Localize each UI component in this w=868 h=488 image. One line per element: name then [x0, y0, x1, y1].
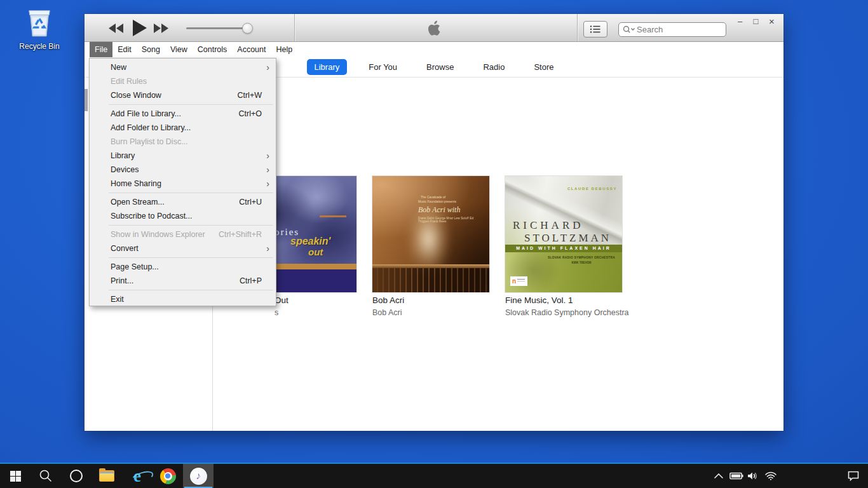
menu-song[interactable]: Song — [137, 42, 165, 57]
album-artist[interactable]: Slovak Radio Symphony Orchestra — [505, 308, 629, 317]
cover-credits: Diane Delin George Mraz Lew Soloff Ed Th… — [418, 217, 484, 223]
recycle-bin[interactable]: Recycle Bin — [13, 5, 66, 51]
itunes-window: – □ × File Edit Song View Controls Accou… — [85, 14, 783, 431]
play-button[interactable] — [133, 20, 147, 39]
album-title[interactable]: Fine Music, Vol. 1 — [505, 295, 573, 305]
tab-library[interactable]: Library — [307, 59, 348, 75]
battery-indicator[interactable] — [728, 464, 745, 488]
menu-item-library[interactable]: Library › — [90, 149, 276, 163]
menu-item-add-file-to-library[interactable]: Add File to Library... Ctrl+O — [90, 107, 276, 121]
start-button[interactable] — [0, 464, 31, 488]
apple-logo-icon — [428, 20, 442, 39]
cover-top-text: The Cavalcade of — [421, 195, 445, 199]
internet-explorer-button[interactable]: e — [122, 464, 153, 488]
file-menu: New › Edit Rules Close Window Ctrl+W Add… — [89, 58, 276, 306]
menu-item-print[interactable]: Print... Ctrl+P — [90, 274, 276, 288]
network-indicator[interactable] — [763, 464, 779, 488]
album-cover[interactable]: The Cavalcade of Music Foundation presen… — [372, 176, 489, 292]
cover-artist-name: Bob Acri with — [418, 205, 460, 215]
naxos-logo: n — [510, 276, 527, 286]
tab-for-you[interactable]: For You — [361, 59, 405, 75]
taskbar-search-button[interactable] — [31, 464, 61, 488]
tab-browse[interactable]: Browse — [419, 59, 461, 75]
menu-view[interactable]: View — [165, 42, 193, 57]
search-input[interactable] — [637, 25, 713, 34]
cover-title-line1: speakin' — [290, 236, 330, 247]
menu-account[interactable]: Account — [232, 42, 271, 57]
menu-controls[interactable]: Controls — [193, 42, 233, 57]
menu-item-new[interactable]: New › — [90, 60, 276, 74]
menu-item-add-folder-to-library[interactable]: Add Folder to Library... — [90, 121, 276, 135]
itunes-icon: ♪ — [190, 468, 207, 485]
cover-orchestra: SLOVAK RADIO SYMPHONY ORCHESTRA — [545, 256, 618, 259]
chrome-button[interactable] — [153, 464, 183, 488]
volume-slider-knob[interactable] — [242, 23, 253, 34]
toolbar-divider — [294, 14, 295, 41]
menu-item-exit[interactable]: Exit — [90, 292, 276, 306]
menu-edit[interactable]: Edit — [112, 42, 137, 57]
recycle-bin-label: Recycle Bin — [13, 42, 66, 51]
menu-separator — [109, 257, 273, 258]
cover-credit-line — [320, 215, 346, 217]
sidebar-scrollbar[interactable] — [85, 89, 88, 111]
menu-item-convert[interactable]: Convert › — [90, 241, 276, 255]
tab-radio[interactable]: Radio — [475, 59, 512, 75]
cover-artist-line2: STOLTZMAN — [524, 232, 611, 245]
menu-separator — [109, 290, 273, 290]
menu-bar: File Edit Song View Controls Account Hel… — [85, 42, 783, 57]
album-cover[interactable]: CLAUDE DEBUSSY RICHARD STOLTZMAN MAID WI… — [505, 176, 622, 292]
menu-separator — [109, 193, 273, 193]
tab-store[interactable]: Store — [526, 59, 561, 75]
action-center-button[interactable] — [845, 464, 862, 488]
volume-slider-track[interactable] — [186, 27, 250, 29]
taskbar: e ♪ — [0, 463, 868, 488]
battery-icon — [729, 472, 743, 480]
cover-composer: CLAUDE DEBUSSY — [567, 187, 617, 191]
maximize-button[interactable]: □ — [748, 15, 764, 28]
menu-item-devices[interactable]: Devices › — [90, 163, 276, 177]
recycle-bin-icon — [25, 5, 54, 38]
file-explorer-icon — [99, 470, 114, 482]
cortana-button[interactable] — [61, 464, 92, 488]
tray-expand-button[interactable] — [710, 464, 727, 488]
menu-separator — [109, 225, 273, 226]
submenu-arrow-icon: › — [263, 179, 269, 189]
fast-forward-button[interactable] — [153, 24, 168, 36]
rewind-icon — [109, 24, 124, 33]
view-options-button[interactable] — [583, 21, 607, 37]
cortana-icon — [70, 470, 83, 482]
wifi-icon — [764, 471, 777, 480]
album-title[interactable]: Bob Acri — [372, 295, 404, 305]
desktop: { "desktop": { "recycle_bin_label": "Rec… — [0, 0, 868, 488]
menu-item-open-stream[interactable]: Open Stream... Ctrl+U — [90, 195, 276, 209]
volume-indicator[interactable] — [745, 464, 761, 488]
internet-explorer-icon: e — [133, 468, 141, 485]
itunes-button[interactable]: ♪ — [183, 464, 214, 488]
search-box[interactable] — [618, 22, 726, 37]
album-artist-fragment[interactable]: s — [275, 308, 278, 317]
menu-item-subscribe-to-podcast[interactable]: Subscribe to Podcast... — [90, 209, 276, 223]
menu-item-page-setup[interactable]: Page Setup... — [90, 260, 276, 274]
minimize-button[interactable]: – — [732, 15, 748, 28]
menu-help[interactable]: Help — [271, 42, 298, 57]
close-button[interactable]: × — [764, 15, 780, 28]
windows-logo-icon — [10, 471, 21, 482]
window-controls: – □ × — [732, 15, 780, 28]
cover-title-line2: out — [308, 247, 323, 257]
cover-piano-keys — [372, 268, 489, 292]
album-artist[interactable]: Bob Acri — [372, 308, 402, 317]
menu-item-edit-rules: Edit Rules — [90, 74, 276, 88]
rewind-button[interactable] — [109, 24, 124, 36]
speaker-icon — [747, 471, 759, 480]
submenu-arrow-icon: › — [263, 165, 269, 175]
fast-forward-icon — [153, 24, 168, 33]
menu-file[interactable]: File — [90, 42, 112, 57]
action-center-icon — [848, 471, 859, 481]
list-view-icon — [590, 25, 601, 34]
menu-item-home-sharing[interactable]: Home Sharing › — [90, 177, 276, 191]
menu-item-close-window[interactable]: Close Window Ctrl+W — [90, 88, 276, 102]
file-explorer-button[interactable] — [92, 464, 122, 488]
submenu-arrow-icon: › — [263, 151, 269, 161]
chevron-up-icon — [714, 473, 723, 478]
play-icon — [133, 20, 147, 36]
